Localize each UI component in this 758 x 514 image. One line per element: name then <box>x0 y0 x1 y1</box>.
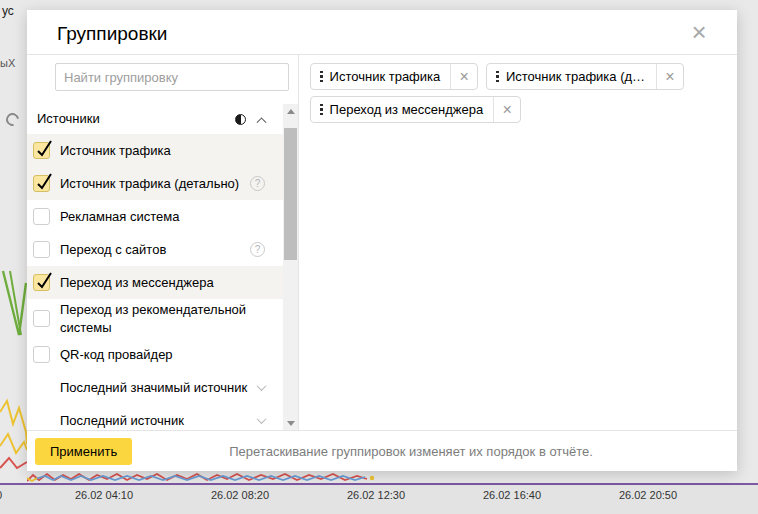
checkbox[interactable] <box>33 346 50 363</box>
modal-footer: Применить Перетаскивание группировок изм… <box>27 430 737 471</box>
list-item-label: QR-код провайдер <box>60 346 173 364</box>
grouping-chip[interactable]: Переход из мессенджера × <box>310 96 521 123</box>
section-header-sources[interactable]: Источники <box>27 104 283 134</box>
checkmark-icon <box>35 143 52 160</box>
list-item-label: Переход из мессенджера <box>60 274 214 292</box>
drag-handle-icon[interactable] <box>487 71 506 83</box>
list-rows: Источник трафика ? Источник трафика (дет… <box>27 134 283 437</box>
list-item-label: Источник трафика <box>60 142 171 160</box>
chart-axis-strip: 0 26.02 04:1026.02 08:2026.02 12:3026.02… <box>0 485 758 514</box>
list-item[interactable]: Последний значимый источник ? <box>27 371 283 404</box>
drag-handle-icon[interactable] <box>311 71 330 83</box>
axis-tick-label: 26.02 08:20 <box>211 489 269 501</box>
help-icon[interactable]: ? <box>250 242 265 257</box>
background-chart-scribbles <box>27 470 382 483</box>
background-text-fragment: ус <box>2 4 14 18</box>
footer-hint: Перетаскивание группировок изменяет их п… <box>229 444 593 459</box>
checkbox[interactable] <box>33 175 50 192</box>
chip-remove-icon[interactable]: × <box>656 64 683 89</box>
checkbox[interactable] <box>33 241 50 258</box>
list-item[interactable]: Переход из мессенджера ? <box>27 266 283 299</box>
list-item-label: Переход из рекомендательной системы <box>60 301 255 336</box>
checkbox[interactable] <box>33 208 50 225</box>
axis-tick-label: 26.02 20:50 <box>619 489 677 501</box>
scroll-down-arrow[interactable] <box>283 416 298 431</box>
chip-remove-icon[interactable]: × <box>493 97 520 122</box>
axis-tick-label: 26.02 04:10 <box>75 489 133 501</box>
groupings-modal: Группировки × Источники Источник т <box>27 10 737 471</box>
close-icon[interactable]: × <box>685 19 713 47</box>
list-item[interactable]: Переход с сайтов ? <box>27 233 283 266</box>
list-item-label: Переход с сайтов <box>60 241 166 259</box>
refresh-icon <box>3 110 21 128</box>
list-item[interactable]: QR-код провайдер ? <box>27 338 283 371</box>
axis-tick-label: 26.02 16:40 <box>483 489 541 501</box>
background-chart-line-green <box>0 265 28 370</box>
checkbox[interactable] <box>33 274 50 291</box>
axis-tick-label: 26.02 12:30 <box>347 489 405 501</box>
modal-header: Группировки × <box>27 10 737 55</box>
list-item[interactable]: Переход из рекомендательной системы ? <box>27 299 283 338</box>
chip-label: Переход из мессенджера <box>330 102 494 117</box>
list-item[interactable]: Источник трафика (детально) ? <box>27 167 283 200</box>
list-scrollbar[interactable] <box>283 104 298 431</box>
groupings-list: Источники Источник трафика ? <box>27 104 283 437</box>
apply-button[interactable]: Применить <box>35 438 132 465</box>
list-item-label: Последний значимый источник <box>60 379 247 397</box>
list-item[interactable]: Рекламная система ? <box>27 200 283 233</box>
chip-label: Источник трафика (детально) <box>506 69 656 84</box>
modal-title: Группировки <box>57 23 167 45</box>
list-item-label: Последний источник <box>60 412 184 430</box>
chip-remove-icon[interactable]: × <box>450 64 477 89</box>
search-input[interactable] <box>55 63 289 91</box>
list-item[interactable]: Источник трафика ? <box>27 134 283 167</box>
background-text-fragment: ыХ <box>0 57 15 69</box>
section-label: Источники <box>37 110 100 128</box>
grouping-chip[interactable]: Источник трафика (детально) × <box>486 63 684 90</box>
contrast-icon[interactable] <box>235 114 246 125</box>
background-chart-line-yellow <box>0 398 28 473</box>
checkbox[interactable] <box>33 310 50 327</box>
axis-tick-label: 0 <box>0 489 2 501</box>
chevron-down-icon[interactable] <box>257 381 267 391</box>
chip-label: Источник трафика <box>330 69 451 84</box>
scroll-up-arrow[interactable] <box>283 104 298 119</box>
checkmark-icon <box>35 176 52 193</box>
drag-handle-icon[interactable] <box>311 104 330 116</box>
chevron-down-icon[interactable] <box>257 414 267 424</box>
help-icon[interactable]: ? <box>250 176 265 191</box>
chevron-up-icon[interactable] <box>257 117 267 127</box>
list-item-label: Источник трафика (детально) <box>60 175 239 193</box>
selected-groupings: Источник трафика × Источник трафика (дет… <box>299 55 737 123</box>
checkmark-icon <box>35 275 52 292</box>
scrollbar-thumb[interactable] <box>284 128 297 260</box>
checkbox[interactable] <box>33 142 50 159</box>
grouping-chip[interactable]: Источник трафика × <box>310 63 478 90</box>
list-item-label: Рекламная система <box>60 208 179 226</box>
